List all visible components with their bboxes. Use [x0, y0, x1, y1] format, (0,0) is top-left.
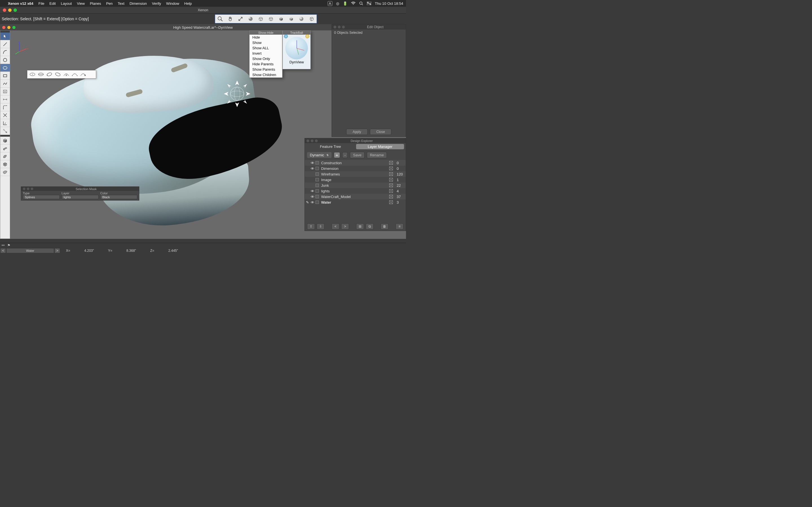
cube-solid-tool[interactable]: [0, 136, 10, 145]
zoom-button[interactable]: [13, 8, 17, 12]
conic-rho-icon[interactable]: R: [62, 71, 70, 77]
layer-down-button[interactable]: ⇩: [317, 223, 324, 230]
menu-layout[interactable]: Layout: [61, 1, 72, 6]
close-button[interactable]: Close: [370, 129, 392, 135]
apply-button[interactable]: Apply: [346, 129, 368, 135]
menu-window[interactable]: Window: [166, 1, 179, 6]
layer-material-icon[interactable]: [387, 200, 396, 204]
layer-row[interactable]: Construction0: [305, 160, 406, 166]
menu-help[interactable]: Help: [185, 1, 192, 6]
arc-tool[interactable]: [0, 48, 10, 56]
next-layer-button[interactable]: >: [54, 248, 60, 253]
layer-row[interactable]: ✎Water3: [305, 200, 406, 205]
show-hide-item-show[interactable]: Show: [250, 40, 282, 45]
layer-next-button[interactable]: >: [341, 223, 349, 230]
layer-visibility-icon[interactable]: [310, 189, 315, 192]
menu-pen[interactable]: Pen: [106, 1, 112, 6]
add-layer-button[interactable]: +: [334, 152, 340, 158]
remove-layer-button[interactable]: -: [342, 152, 348, 158]
layer-visibility-icon[interactable]: [310, 201, 315, 204]
close-button[interactable]: [3, 8, 6, 12]
zoom-extents-icon[interactable]: [237, 15, 244, 22]
layer-row[interactable]: Image1: [305, 177, 406, 182]
layer-merge-button[interactable]: ⧉: [366, 223, 373, 230]
crosshair-tool[interactable]: [0, 127, 10, 135]
select-tool[interactable]: [0, 33, 10, 40]
render-sphere-icon[interactable]: [298, 15, 305, 22]
spline-tool[interactable]: [0, 80, 10, 88]
layer-color-swatch[interactable]: [315, 167, 320, 170]
transform-tool[interactable]: [0, 119, 10, 127]
dimension-tool[interactable]: [0, 96, 10, 103]
layer-row[interactable]: WaterCraft_Model37: [305, 194, 406, 200]
layer-row[interactable]: Dimension0: [305, 166, 406, 171]
tab-layer-manager[interactable]: Layer Manager: [356, 144, 404, 149]
show-hide-item-showall[interactable]: Show ALL: [250, 45, 282, 51]
ellipse-rotated-icon[interactable]: [54, 71, 62, 77]
layer-color-swatch[interactable]: [315, 172, 320, 176]
layer-row[interactable]: Wireframes120: [305, 171, 406, 177]
trackball-home-icon[interactable]: ▾: [284, 34, 288, 38]
save-layers-button[interactable]: Save: [350, 152, 364, 158]
layer-material-icon[interactable]: [387, 194, 396, 199]
datetime[interactable]: Thu 10 Oct 18:54: [375, 1, 403, 6]
layer-up-button[interactable]: ⇧: [307, 223, 315, 230]
doc-traffic-lights[interactable]: [2, 26, 15, 29]
flat-shade-cube-icon[interactable]: [278, 15, 285, 22]
ellipse-tool[interactable]: [0, 64, 10, 72]
layer-options-button[interactable]: ≡: [396, 223, 403, 230]
flag-icon[interactable]: ⚑: [7, 243, 10, 247]
layer-row[interactable]: lights4: [305, 188, 406, 194]
sm-color-value[interactable]: Black: [100, 195, 137, 199]
layer-color-swatch[interactable]: [315, 178, 320, 181]
conic-shoulder-icon[interactable]: [71, 71, 79, 77]
prev-layer-button[interactable]: <: [0, 248, 6, 253]
ellipse-center-icon[interactable]: [29, 71, 36, 77]
input-source-icon[interactable]: A: [327, 1, 333, 6]
layer-color-swatch[interactable]: [315, 195, 320, 198]
layer-visibility-icon[interactable]: [310, 195, 315, 198]
layer-set-dropdown[interactable]: Dynamic⇅: [307, 152, 332, 158]
zoom-tool-icon[interactable]: [217, 15, 223, 22]
sm-layer-value[interactable]: lights: [61, 195, 98, 199]
layer-material-icon[interactable]: [387, 189, 396, 193]
battery-icon[interactable]: 🔋: [343, 1, 347, 6]
link-icon[interactable]: ⚯: [2, 243, 4, 247]
extrude-tool[interactable]: [0, 145, 10, 152]
ellipse-diagonal-icon[interactable]: [37, 71, 45, 77]
layer-material-icon[interactable]: [387, 161, 396, 165]
ellipse-3pt-icon[interactable]: [45, 71, 53, 77]
doc-close-button[interactable]: [2, 26, 5, 29]
menu-edit[interactable]: Edit: [49, 1, 56, 6]
show-hide-item-hideparents[interactable]: Hide Parents: [250, 61, 282, 67]
trackball-reset-icon[interactable]: ⟳: [305, 34, 309, 38]
wireframe-cube-icon[interactable]: [257, 15, 264, 22]
minimize-button[interactable]: [8, 8, 11, 12]
doc-zoom-button[interactable]: [12, 26, 15, 29]
layer-delete-button[interactable]: 🗑: [380, 223, 389, 230]
menu-verify[interactable]: Verify: [152, 1, 161, 6]
surface-tool[interactable]: [0, 168, 10, 176]
trim-tool[interactable]: [0, 111, 10, 119]
mesh-tool[interactable]: [0, 160, 10, 168]
rotate-widget[interactable]: [221, 78, 253, 109]
wifi-icon[interactable]: [351, 2, 356, 5]
app-traffic-lights[interactable]: [3, 8, 17, 12]
menu-dimension[interactable]: Dimension: [130, 1, 147, 6]
control-center-icon[interactable]: [367, 2, 371, 5]
pan-tool-icon[interactable]: [227, 15, 234, 22]
search-icon[interactable]: [359, 1, 363, 5]
layer-new-button[interactable]: ⊞: [356, 223, 364, 230]
sweep-tool[interactable]: [0, 152, 10, 160]
menu-planes[interactable]: Planes: [90, 1, 101, 6]
rename-layer-button[interactable]: Rename: [367, 152, 387, 158]
sm-type-value[interactable]: Splines: [23, 195, 60, 199]
layer-edit-icon[interactable]: ✎: [305, 200, 310, 205]
layer-color-swatch[interactable]: [315, 201, 320, 204]
rectangle-tool[interactable]: [0, 72, 10, 80]
text-tool[interactable]: A: [0, 88, 10, 96]
menu-file[interactable]: File: [38, 1, 44, 6]
layer-visibility-icon[interactable]: [310, 161, 315, 164]
layer-material-icon[interactable]: [387, 178, 396, 182]
show-hide-item-showonly[interactable]: Show Only: [250, 56, 282, 61]
